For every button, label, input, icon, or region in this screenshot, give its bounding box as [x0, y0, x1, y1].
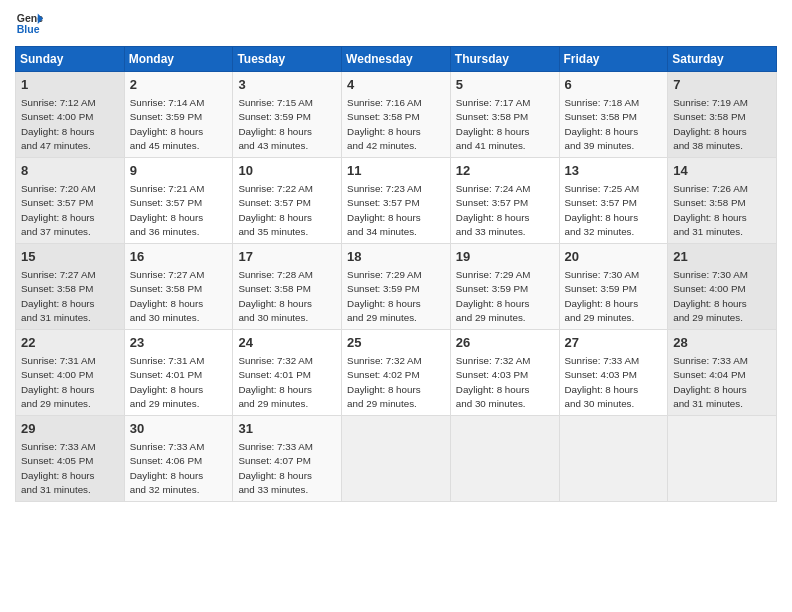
weekday-header-friday: Friday: [559, 47, 668, 72]
calendar-cell: 22Sunrise: 7:31 AM Sunset: 4:00 PM Dayli…: [16, 330, 125, 416]
day-number: 4: [347, 76, 445, 94]
day-number: 5: [456, 76, 554, 94]
day-info: Sunrise: 7:30 AM Sunset: 3:59 PM Dayligh…: [565, 268, 663, 325]
day-number: 15: [21, 248, 119, 266]
calendar-cell: 29Sunrise: 7:33 AM Sunset: 4:05 PM Dayli…: [16, 416, 125, 502]
day-info: Sunrise: 7:33 AM Sunset: 4:05 PM Dayligh…: [21, 440, 119, 497]
day-number: 28: [673, 334, 771, 352]
day-number: 21: [673, 248, 771, 266]
day-info: Sunrise: 7:14 AM Sunset: 3:59 PM Dayligh…: [130, 96, 228, 153]
day-info: Sunrise: 7:27 AM Sunset: 3:58 PM Dayligh…: [21, 268, 119, 325]
weekday-header-saturday: Saturday: [668, 47, 777, 72]
day-info: Sunrise: 7:27 AM Sunset: 3:58 PM Dayligh…: [130, 268, 228, 325]
day-info: Sunrise: 7:21 AM Sunset: 3:57 PM Dayligh…: [130, 182, 228, 239]
day-info: Sunrise: 7:17 AM Sunset: 3:58 PM Dayligh…: [456, 96, 554, 153]
calendar-cell: 25Sunrise: 7:32 AM Sunset: 4:02 PM Dayli…: [342, 330, 451, 416]
day-number: 29: [21, 420, 119, 438]
day-number: 12: [456, 162, 554, 180]
day-number: 16: [130, 248, 228, 266]
day-number: 22: [21, 334, 119, 352]
calendar-cell: 11Sunrise: 7:23 AM Sunset: 3:57 PM Dayli…: [342, 158, 451, 244]
day-number: 23: [130, 334, 228, 352]
calendar-cell: 24Sunrise: 7:32 AM Sunset: 4:01 PM Dayli…: [233, 330, 342, 416]
day-number: 19: [456, 248, 554, 266]
calendar-cell: [559, 416, 668, 502]
calendar-cell: 6Sunrise: 7:18 AM Sunset: 3:58 PM Daylig…: [559, 72, 668, 158]
calendar-table: SundayMondayTuesdayWednesdayThursdayFrid…: [15, 46, 777, 502]
calendar-cell: [450, 416, 559, 502]
day-info: Sunrise: 7:24 AM Sunset: 3:57 PM Dayligh…: [456, 182, 554, 239]
day-number: 30: [130, 420, 228, 438]
day-info: Sunrise: 7:29 AM Sunset: 3:59 PM Dayligh…: [456, 268, 554, 325]
calendar-week-4: 22Sunrise: 7:31 AM Sunset: 4:00 PM Dayli…: [16, 330, 777, 416]
calendar-cell: 30Sunrise: 7:33 AM Sunset: 4:06 PM Dayli…: [124, 416, 233, 502]
day-info: Sunrise: 7:19 AM Sunset: 3:58 PM Dayligh…: [673, 96, 771, 153]
calendar-cell: 17Sunrise: 7:28 AM Sunset: 3:58 PM Dayli…: [233, 244, 342, 330]
day-info: Sunrise: 7:20 AM Sunset: 3:57 PM Dayligh…: [21, 182, 119, 239]
calendar-cell: 8Sunrise: 7:20 AM Sunset: 3:57 PM Daylig…: [16, 158, 125, 244]
day-info: Sunrise: 7:30 AM Sunset: 4:00 PM Dayligh…: [673, 268, 771, 325]
calendar-cell: 20Sunrise: 7:30 AM Sunset: 3:59 PM Dayli…: [559, 244, 668, 330]
weekday-header-wednesday: Wednesday: [342, 47, 451, 72]
calendar-cell: 18Sunrise: 7:29 AM Sunset: 3:59 PM Dayli…: [342, 244, 451, 330]
calendar-header-row: SundayMondayTuesdayWednesdayThursdayFrid…: [16, 47, 777, 72]
calendar-cell: 9Sunrise: 7:21 AM Sunset: 3:57 PM Daylig…: [124, 158, 233, 244]
svg-text:Blue: Blue: [17, 23, 40, 35]
calendar-cell: 16Sunrise: 7:27 AM Sunset: 3:58 PM Dayli…: [124, 244, 233, 330]
calendar-cell: 4Sunrise: 7:16 AM Sunset: 3:58 PM Daylig…: [342, 72, 451, 158]
day-info: Sunrise: 7:28 AM Sunset: 3:58 PM Dayligh…: [238, 268, 336, 325]
day-number: 8: [21, 162, 119, 180]
day-number: 11: [347, 162, 445, 180]
weekday-header-tuesday: Tuesday: [233, 47, 342, 72]
calendar-cell: 2Sunrise: 7:14 AM Sunset: 3:59 PM Daylig…: [124, 72, 233, 158]
calendar-body: 1Sunrise: 7:12 AM Sunset: 4:00 PM Daylig…: [16, 72, 777, 502]
calendar-cell: 23Sunrise: 7:31 AM Sunset: 4:01 PM Dayli…: [124, 330, 233, 416]
day-info: Sunrise: 7:25 AM Sunset: 3:57 PM Dayligh…: [565, 182, 663, 239]
day-number: 27: [565, 334, 663, 352]
calendar-cell: 15Sunrise: 7:27 AM Sunset: 3:58 PM Dayli…: [16, 244, 125, 330]
calendar-week-1: 1Sunrise: 7:12 AM Sunset: 4:00 PM Daylig…: [16, 72, 777, 158]
logo: General Blue: [15, 10, 43, 38]
day-number: 14: [673, 162, 771, 180]
day-number: 17: [238, 248, 336, 266]
calendar-week-5: 29Sunrise: 7:33 AM Sunset: 4:05 PM Dayli…: [16, 416, 777, 502]
calendar-cell: 1Sunrise: 7:12 AM Sunset: 4:00 PM Daylig…: [16, 72, 125, 158]
day-info: Sunrise: 7:15 AM Sunset: 3:59 PM Dayligh…: [238, 96, 336, 153]
day-number: 10: [238, 162, 336, 180]
day-number: 31: [238, 420, 336, 438]
day-info: Sunrise: 7:12 AM Sunset: 4:00 PM Dayligh…: [21, 96, 119, 153]
day-info: Sunrise: 7:26 AM Sunset: 3:58 PM Dayligh…: [673, 182, 771, 239]
calendar-week-3: 15Sunrise: 7:27 AM Sunset: 3:58 PM Dayli…: [16, 244, 777, 330]
calendar-cell: 12Sunrise: 7:24 AM Sunset: 3:57 PM Dayli…: [450, 158, 559, 244]
day-info: Sunrise: 7:22 AM Sunset: 3:57 PM Dayligh…: [238, 182, 336, 239]
day-number: 26: [456, 334, 554, 352]
calendar-cell: 3Sunrise: 7:15 AM Sunset: 3:59 PM Daylig…: [233, 72, 342, 158]
day-number: 18: [347, 248, 445, 266]
day-number: 25: [347, 334, 445, 352]
day-number: 3: [238, 76, 336, 94]
day-number: 6: [565, 76, 663, 94]
day-number: 1: [21, 76, 119, 94]
day-info: Sunrise: 7:33 AM Sunset: 4:06 PM Dayligh…: [130, 440, 228, 497]
calendar-cell: 10Sunrise: 7:22 AM Sunset: 3:57 PM Dayli…: [233, 158, 342, 244]
calendar-cell: 28Sunrise: 7:33 AM Sunset: 4:04 PM Dayli…: [668, 330, 777, 416]
calendar-week-2: 8Sunrise: 7:20 AM Sunset: 3:57 PM Daylig…: [16, 158, 777, 244]
day-number: 24: [238, 334, 336, 352]
day-info: Sunrise: 7:32 AM Sunset: 4:03 PM Dayligh…: [456, 354, 554, 411]
day-info: Sunrise: 7:33 AM Sunset: 4:03 PM Dayligh…: [565, 354, 663, 411]
calendar-cell: 19Sunrise: 7:29 AM Sunset: 3:59 PM Dayli…: [450, 244, 559, 330]
day-number: 13: [565, 162, 663, 180]
day-info: Sunrise: 7:23 AM Sunset: 3:57 PM Dayligh…: [347, 182, 445, 239]
weekday-header-monday: Monday: [124, 47, 233, 72]
calendar-cell: 21Sunrise: 7:30 AM Sunset: 4:00 PM Dayli…: [668, 244, 777, 330]
weekday-header-sunday: Sunday: [16, 47, 125, 72]
calendar-cell: 7Sunrise: 7:19 AM Sunset: 3:58 PM Daylig…: [668, 72, 777, 158]
day-number: 9: [130, 162, 228, 180]
calendar-cell: 26Sunrise: 7:32 AM Sunset: 4:03 PM Dayli…: [450, 330, 559, 416]
day-info: Sunrise: 7:33 AM Sunset: 4:07 PM Dayligh…: [238, 440, 336, 497]
logo-icon: General Blue: [15, 10, 43, 38]
calendar-cell: 13Sunrise: 7:25 AM Sunset: 3:57 PM Dayli…: [559, 158, 668, 244]
calendar-cell: 5Sunrise: 7:17 AM Sunset: 3:58 PM Daylig…: [450, 72, 559, 158]
page-container: General Blue SundayMondayTuesdayWednesda…: [0, 0, 792, 512]
day-info: Sunrise: 7:32 AM Sunset: 4:01 PM Dayligh…: [238, 354, 336, 411]
